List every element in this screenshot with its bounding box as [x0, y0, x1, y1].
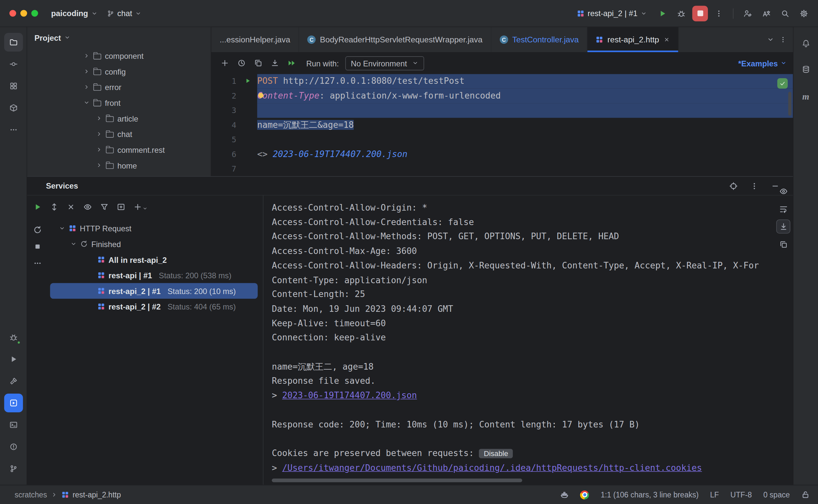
tree-item-error[interactable]: error — [27, 79, 211, 95]
project-panel-header[interactable]: Project — [27, 27, 211, 48]
run-tool-button[interactable] — [4, 350, 23, 369]
run-configuration-widget[interactable]: rest-api_2 | #1 — [573, 6, 652, 21]
debug-button[interactable] — [673, 6, 689, 21]
tree-item-front[interactable]: front — [27, 95, 211, 111]
tab-rest-api-2-http[interactable]: rest-api_2.http — [588, 27, 678, 52]
bell-icon — [802, 39, 810, 47]
line-number: 7 — [231, 162, 236, 176]
stop-button[interactable] — [692, 6, 708, 21]
commit-tool-button[interactable] — [4, 55, 23, 74]
environment-select[interactable]: No Environment — [345, 56, 424, 70]
collapse-all-button[interactable] — [67, 203, 75, 211]
build-tool-button[interactable] — [4, 372, 23, 390]
console-horizontal-scrollbar[interactable] — [272, 479, 523, 482]
breadcrumb-file[interactable]: rest-api_2.http — [61, 491, 121, 499]
tree-node-finished[interactable]: Finished — [50, 236, 258, 252]
response-file-link[interactable]: 2023-06-19T174407.200.json — [282, 391, 417, 401]
translate-button[interactable] — [759, 6, 774, 21]
code-with-me-button[interactable] — [740, 6, 756, 21]
rerun-request-button[interactable] — [34, 226, 42, 234]
editor-code-area[interactable]: 1 POST http://127.0.0.1:8080/test/testPo… — [211, 74, 793, 176]
more-options-button[interactable] — [34, 259, 42, 267]
cookies-file-link[interactable]: /Users/itwanger/Documents/Github/paicodi… — [282, 463, 702, 472]
maven-tool-button[interactable]: m — [796, 86, 815, 105]
version-control-tool-button[interactable] — [4, 459, 23, 478]
chrome-icon[interactable] — [580, 490, 589, 499]
tree-item-label: chat — [117, 129, 132, 138]
locate-button[interactable] — [727, 180, 740, 192]
tree-item-home[interactable]: home — [27, 157, 211, 173]
tree-node-all-in-rest-api-2[interactable]: All in rest-api_2 — [50, 252, 258, 267]
line-ending-widget[interactable]: LF — [710, 491, 719, 499]
search-everywhere-button[interactable] — [777, 6, 793, 21]
examples-dropdown[interactable]: *Examples — [738, 59, 786, 68]
import-requests-button[interactable] — [268, 56, 282, 70]
tab-testcontroller[interactable]: TestController.java — [491, 27, 588, 52]
dependencies-tool-button[interactable] — [4, 99, 23, 117]
branch-widget[interactable]: chat — [102, 6, 146, 21]
tree-item-component[interactable]: component — [27, 48, 211, 64]
editor-scrollbar[interactable] — [788, 92, 792, 116]
database-tool-button[interactable] — [796, 60, 815, 79]
collapse-icon — [67, 203, 75, 211]
settings-button[interactable] — [796, 6, 812, 21]
indent-widget[interactable]: 0 space — [763, 491, 790, 499]
tree-node-http-request[interactable]: HTTP Request — [50, 220, 258, 236]
response-console[interactable]: Access-Control-Allow-Origin: * Access-Co… — [263, 195, 793, 485]
tree-item-chat[interactable]: chat — [27, 126, 211, 142]
structure-tool-button[interactable] — [4, 77, 23, 95]
tree-item-article[interactable]: article — [27, 110, 211, 126]
encoding-widget[interactable]: UTF-8 — [731, 491, 752, 499]
response-header: Access-Control-Allow-Credentials: false — [272, 215, 772, 230]
run-all-requests-button[interactable] — [284, 56, 299, 70]
chevron-down-icon[interactable] — [767, 36, 774, 43]
more-tools-button[interactable] — [4, 121, 23, 139]
debug-tool-button[interactable] — [4, 328, 23, 347]
open-in-new-tab-button[interactable] — [117, 203, 125, 211]
copy-output-button[interactable] — [776, 237, 790, 251]
notifications-button[interactable] — [796, 34, 815, 53]
project-switcher[interactable]: paicoding — [46, 6, 102, 21]
kebab-menu-icon[interactable] — [780, 36, 787, 43]
console-view-options-button[interactable] — [776, 184, 790, 198]
request-history-button[interactable] — [234, 56, 248, 70]
run-button[interactable] — [655, 6, 670, 21]
stop-request-button[interactable] — [34, 242, 42, 251]
tree-item-label: error — [105, 82, 121, 91]
lock-open-icon[interactable] — [801, 491, 809, 499]
services-tool-button[interactable] — [4, 394, 23, 412]
terminal-tool-button[interactable] — [4, 416, 23, 434]
close-icon[interactable] — [663, 36, 669, 43]
minimize-window-button[interactable] — [20, 10, 27, 17]
disable-cookies-button[interactable]: Disable — [479, 449, 513, 459]
breadcrumb-scratches[interactable]: scratches — [14, 491, 47, 499]
run-request-gutter-icon[interactable] — [245, 78, 251, 84]
problems-tool-button[interactable] — [4, 437, 23, 456]
more-actions-button[interactable] — [711, 6, 727, 21]
filter-button[interactable] — [100, 203, 108, 211]
view-options-button[interactable] — [83, 203, 92, 211]
project-tool-button[interactable] — [4, 33, 23, 52]
close-window-button[interactable] — [10, 10, 16, 17]
play-icon — [245, 78, 251, 84]
expand-all-button[interactable] — [50, 203, 58, 211]
docker-icon[interactable] — [561, 491, 569, 499]
response-file-reference[interactable]: 2023-06-19T174407.200.json — [273, 149, 408, 159]
tree-node-rest-api-2-run-2[interactable]: rest-api_2 | #2 Status: 404 (65 ms) — [50, 299, 258, 314]
tab-bodyreaderwrapper[interactable]: BodyReaderHttpServletRequestWrapper.java — [299, 27, 492, 52]
tree-item-config[interactable]: config — [27, 64, 211, 80]
panel-options-button[interactable] — [748, 180, 760, 192]
add-request-button[interactable] — [218, 56, 232, 70]
copy-request-button[interactable] — [251, 56, 265, 70]
scroll-to-end-button[interactable] — [776, 219, 790, 234]
tree-item-comment-rest[interactable]: comment.rest — [27, 142, 211, 158]
zoom-window-button[interactable] — [31, 10, 38, 17]
caret-position-widget[interactable]: 1:1 (106 chars, 3 line breaks) — [601, 491, 699, 499]
inspections-ok-icon[interactable] — [777, 78, 788, 89]
soft-wrap-button[interactable] — [776, 202, 790, 216]
start-service-button[interactable] — [34, 203, 42, 211]
tree-node-rest-api-2-run-1[interactable]: rest-api_2 | #1 Status: 200 (10 ms) — [50, 283, 258, 299]
tree-node-rest-api-1[interactable]: rest-api | #1 Status: 200 (538 ms) — [50, 267, 258, 283]
add-service-button[interactable] — [133, 203, 148, 211]
tab-sessionhelper[interactable]: ...essionHelper.java — [211, 27, 299, 52]
